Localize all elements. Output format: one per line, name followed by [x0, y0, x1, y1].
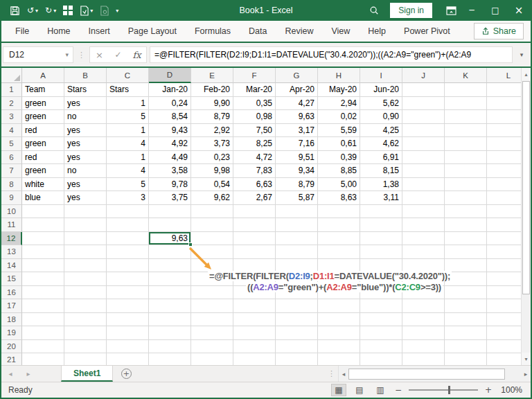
- scroll-up-icon[interactable]: ▴: [522, 68, 531, 80]
- cell-J17[interactable]: [402, 299, 445, 313]
- cell-J7[interactable]: [402, 164, 445, 178]
- cell-F21[interactable]: [233, 353, 276, 365]
- cell-C15[interactable]: [107, 272, 149, 286]
- cell-G19[interactable]: [276, 326, 318, 340]
- cell-I11[interactable]: [360, 218, 402, 232]
- cell-A8[interactable]: white: [22, 178, 64, 192]
- cell-A12[interactable]: [22, 232, 64, 246]
- column-header-G[interactable]: G: [276, 68, 318, 83]
- cell-I1[interactable]: Jun-20: [360, 83, 402, 97]
- cell-G6[interactable]: 9,51: [276, 151, 318, 165]
- cell-A10[interactable]: [22, 205, 64, 219]
- undo-button[interactable]: ↺▾: [24, 3, 41, 18]
- cell-C18[interactable]: [107, 313, 149, 327]
- cell-F6[interactable]: 4,72: [233, 151, 276, 165]
- cell-I21[interactable]: [360, 353, 402, 365]
- cell-H13[interactable]: [318, 245, 360, 259]
- cell-D13[interactable]: [149, 245, 191, 259]
- cell-G4[interactable]: 3,17: [276, 124, 318, 138]
- cell-D18[interactable]: [149, 313, 191, 327]
- sign-in-button[interactable]: Sign in: [390, 3, 432, 18]
- cell-J1[interactable]: [402, 83, 445, 97]
- paste-style-button[interactable]: ▾: [77, 3, 96, 18]
- page-layout-view-icon[interactable]: ▤: [352, 384, 367, 396]
- cell-I7[interactable]: 8,15: [360, 164, 402, 178]
- cell-B5[interactable]: yes: [64, 137, 107, 151]
- page-break-view-icon[interactable]: ▥: [373, 384, 388, 396]
- row-header-18[interactable]: 18: [1, 313, 22, 327]
- cell-K17[interactable]: [445, 299, 487, 313]
- cell-H17[interactable]: [318, 299, 360, 313]
- row-header-3[interactable]: 3: [1, 110, 22, 124]
- name-box[interactable]: D12 ▾: [3, 46, 73, 63]
- zoom-out-icon[interactable]: −: [393, 385, 403, 395]
- cell-E3[interactable]: 8,79: [191, 110, 233, 124]
- sheet-nav-left-icon[interactable]: ◂: [1, 366, 19, 382]
- cell-E21[interactable]: [191, 353, 233, 365]
- cell-K7[interactable]: [445, 164, 487, 178]
- cell-G5[interactable]: 7,16: [276, 137, 318, 151]
- sheet-tab-sheet1[interactable]: Sheet1: [61, 366, 113, 382]
- cell-A13[interactable]: [22, 245, 64, 259]
- cell-F1[interactable]: Mar-20: [233, 83, 276, 97]
- cell-E13[interactable]: [191, 245, 233, 259]
- cell-A5[interactable]: green: [22, 137, 64, 151]
- cell-G11[interactable]: [276, 218, 318, 232]
- row-header-10[interactable]: 10: [1, 205, 22, 219]
- cell-K18[interactable]: [445, 313, 487, 327]
- cell-J21[interactable]: [402, 353, 445, 365]
- cell-H8[interactable]: 5,00: [318, 178, 360, 192]
- cell-C20[interactable]: [107, 340, 149, 354]
- cell-E4[interactable]: 2,92: [191, 124, 233, 138]
- scroll-left-icon[interactable]: ◂: [339, 371, 348, 378]
- cell-H12[interactable]: [318, 232, 360, 246]
- cell-H11[interactable]: [318, 218, 360, 232]
- cell-D1[interactable]: Jan-20: [149, 83, 191, 97]
- cell-G21[interactable]: [276, 353, 318, 365]
- column-header-J[interactable]: J: [402, 68, 445, 83]
- cell-B6[interactable]: yes: [64, 151, 107, 165]
- cell-G3[interactable]: 9,63: [276, 110, 318, 124]
- cell-A19[interactable]: [22, 326, 64, 340]
- cell-E20[interactable]: [191, 340, 233, 354]
- cell-C9[interactable]: 3: [107, 191, 149, 205]
- cell-A2[interactable]: green: [22, 97, 64, 111]
- column-header-K[interactable]: K: [445, 68, 487, 83]
- cell-H9[interactable]: 8,63: [318, 191, 360, 205]
- cell-J12[interactable]: [402, 232, 445, 246]
- cell-C2[interactable]: 1: [107, 97, 149, 111]
- cell-F11[interactable]: [233, 218, 276, 232]
- row-header-5[interactable]: 5: [1, 137, 22, 151]
- enter-check-icon[interactable]: ✓: [109, 50, 127, 60]
- cell-J9[interactable]: [402, 191, 445, 205]
- cell-E2[interactable]: 9,90: [191, 97, 233, 111]
- cell-F8[interactable]: 6,63: [233, 178, 276, 192]
- cell-D8[interactable]: 9,78: [149, 178, 191, 192]
- cell-E17[interactable]: [191, 299, 233, 313]
- cell-D20[interactable]: [149, 340, 191, 354]
- cell-H5[interactable]: 0,61: [318, 137, 360, 151]
- cell-A20[interactable]: [22, 340, 64, 354]
- column-header-D[interactable]: D: [149, 68, 191, 83]
- save-icon[interactable]: [7, 3, 23, 18]
- fill-handle[interactable]: [188, 242, 193, 247]
- cell-G18[interactable]: [276, 313, 318, 327]
- ribbon-tab-file[interactable]: File: [1, 21, 38, 42]
- cell-I6[interactable]: 6,91: [360, 151, 402, 165]
- horizontal-scrollbar-thumb[interactable]: [348, 369, 505, 380]
- cell-F20[interactable]: [233, 340, 276, 354]
- cell-K5[interactable]: [445, 137, 487, 151]
- cell-E16[interactable]: [191, 286, 233, 300]
- cell-K2[interactable]: [445, 97, 487, 111]
- cell-I17[interactable]: [360, 299, 402, 313]
- cell-K6[interactable]: [445, 151, 487, 165]
- cell-K3[interactable]: [445, 110, 487, 124]
- cell-D2[interactable]: 0,24: [149, 97, 191, 111]
- cell-K10[interactable]: [445, 205, 487, 219]
- cell-D21[interactable]: [149, 353, 191, 365]
- row-header-12[interactable]: 12: [1, 232, 22, 246]
- cell-D16[interactable]: [149, 286, 191, 300]
- cell-K12[interactable]: [445, 232, 487, 246]
- cell-K20[interactable]: [445, 340, 487, 354]
- cell-H20[interactable]: [318, 340, 360, 354]
